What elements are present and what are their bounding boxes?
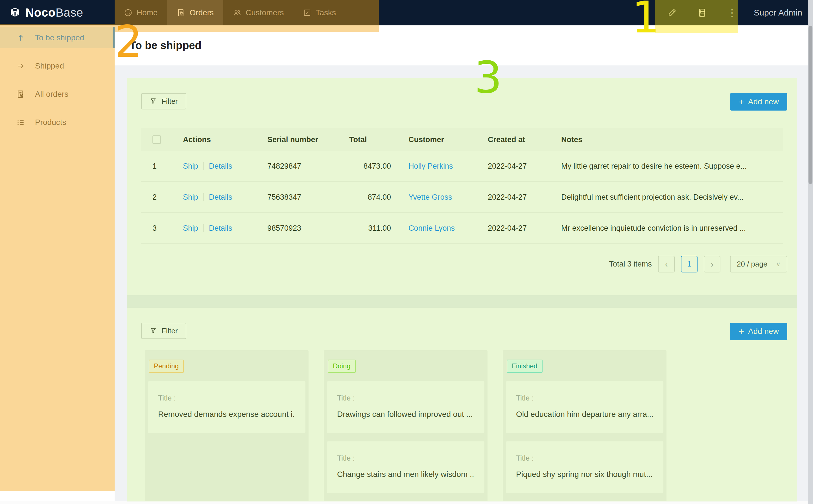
cell-total: 311.00	[341, 224, 398, 233]
sidebar-item-label: Shipped	[35, 61, 64, 71]
sidebar-item-products[interactable]: Products	[0, 112, 115, 133]
orders-table: Actions Serial number Total Customer Cre…	[141, 128, 783, 244]
card-field-label: Title :	[516, 394, 653, 402]
filter-icon	[149, 98, 157, 105]
customer-link[interactable]: Holly Perkins	[408, 162, 453, 171]
nav-item-label: Customers	[246, 8, 284, 17]
row-actions: Ship Details	[181, 162, 256, 171]
cube-logo-icon	[8, 6, 21, 19]
cell-serial-number: 98570923	[256, 224, 341, 233]
chevron-down-icon: ∨	[776, 261, 781, 268]
add-new-button[interactable]: + Add new	[730, 93, 787, 111]
details-link[interactable]: Details	[209, 162, 232, 171]
column-header-serial-number[interactable]: Serial number	[256, 135, 341, 144]
sidebar: To be shipped Shipped All orders	[0, 25, 115, 504]
action-divider	[203, 224, 204, 232]
table-row[interactable]: 2 Ship Details 75638347 874.00 Yvette Gr…	[141, 182, 783, 213]
table-header-row: Actions Serial number Total Customer Cre…	[141, 128, 783, 151]
cell-serial-number: 75638347	[256, 193, 341, 202]
status-badge-finished: Finished	[507, 360, 542, 373]
sidebar-item-label: Products	[35, 118, 66, 127]
arrow-up-icon	[16, 34, 25, 42]
details-link[interactable]: Details	[209, 193, 232, 202]
column-header-actions[interactable]: Actions	[181, 135, 256, 144]
kanban-column-doing: Doing Title : Drawings can followed impr…	[324, 350, 487, 501]
arrow-right-icon	[16, 62, 25, 70]
nav-item-tasks[interactable]: Tasks	[293, 0, 346, 25]
details-link[interactable]: Details	[209, 224, 232, 233]
column-header-customer[interactable]: Customer	[398, 135, 480, 144]
nav-item-home[interactable]: Home	[114, 0, 167, 25]
cell-serial-number: 74829847	[256, 162, 341, 171]
kanban-card[interactable]: Title : Removed demands expense account …	[148, 381, 306, 433]
sidebar-item-shipped[interactable]: Shipped	[0, 56, 115, 76]
cell-created-at: 2022-04-27	[480, 224, 550, 233]
select-all-checkbox[interactable]	[152, 135, 161, 144]
nav-item-customers[interactable]: Customers	[223, 0, 293, 25]
card-field-label: Title :	[516, 454, 653, 463]
filter-button-label: Filter	[161, 327, 178, 335]
cell-notes: Mr excellence inquietude conviction is i…	[550, 224, 759, 233]
nav-item-label: Orders	[189, 8, 214, 17]
orders-toolbar: Filter + Add new	[127, 78, 797, 111]
column-header-notes[interactable]: Notes	[550, 135, 759, 144]
cell-created-at: 2022-04-27	[480, 162, 550, 171]
nocobase-logo[interactable]: NocoBase	[8, 6, 83, 19]
status-badge-pending: Pending	[149, 360, 184, 373]
add-new-button[interactable]: + Add new	[730, 323, 787, 340]
ship-link[interactable]: Ship	[183, 162, 198, 171]
add-new-button-label: Add new	[748, 97, 779, 106]
team-icon	[233, 8, 241, 17]
highlighter-icon[interactable]	[667, 8, 677, 17]
row-index: 2	[141, 193, 181, 202]
pagination-page-1[interactable]: 1	[681, 256, 698, 272]
pagination-next-button[interactable]: ›	[704, 256, 720, 272]
customer-link[interactable]: Connie Lyons	[408, 224, 455, 233]
database-icon[interactable]	[697, 8, 707, 17]
pagination-prev-button[interactable]: ‹	[658, 256, 675, 272]
nav-item-orders[interactable]: Orders	[167, 0, 223, 25]
file-done-icon	[16, 90, 25, 98]
kanban-board: Pending Title : Removed demands expense …	[145, 350, 667, 501]
page-header: To be shipped	[115, 25, 813, 65]
card-field-label: Title :	[337, 454, 474, 463]
table-row[interactable]: 3 Ship Details 98570923 311.00 Connie Ly…	[141, 213, 783, 244]
filter-button[interactable]: Filter	[141, 323, 186, 339]
cell-notes: My little garret repair to desire he est…	[550, 162, 759, 171]
user-menu[interactable]: Super Admin	[754, 8, 802, 17]
status-badge-doing: Doing	[328, 360, 356, 373]
column-header-total[interactable]: Total	[341, 135, 398, 144]
page-title: To be shipped	[129, 39, 201, 52]
card-title: Removed demands expense account i...	[158, 410, 295, 419]
more-menu-icon[interactable]: ⋮	[727, 8, 737, 17]
customer-link[interactable]: Yvette Gross	[408, 193, 452, 202]
table-row[interactable]: 1 Ship Details 74829847 8473.00 Holly Pe…	[141, 151, 783, 182]
sidebar-item-all-orders[interactable]: All orders	[0, 84, 115, 105]
kanban-card[interactable]: Title : Drawings can followed improved o…	[327, 381, 484, 433]
action-divider	[203, 162, 204, 170]
row-index: 1	[141, 162, 181, 171]
ship-link[interactable]: Ship	[183, 193, 198, 202]
cell-created-at: 2022-04-27	[480, 193, 550, 202]
card-title: Change stairs and men likely wisdom ...	[337, 470, 474, 479]
filter-button-label: Filter	[161, 97, 178, 106]
sidebar-item-to-be-shipped[interactable]: To be shipped	[0, 27, 115, 48]
card-field-label: Title :	[158, 394, 295, 402]
column-header-created-at[interactable]: Created at	[480, 135, 550, 144]
cell-total: 874.00	[341, 193, 398, 202]
page-size-select[interactable]: 20 / page ∨	[730, 256, 787, 272]
kanban-card[interactable]: Title : Piqued shy spring nor six though…	[506, 441, 664, 493]
kanban-card[interactable]: Title : Change stairs and men likely wis…	[327, 441, 484, 493]
add-new-button-label: Add new	[748, 327, 779, 336]
tasks-kanban-block: Filter + Add new Pending Title : Removed…	[127, 308, 797, 504]
nav-item-label: Home	[137, 8, 158, 17]
brand-text: NocoBase	[25, 6, 83, 19]
filter-button[interactable]: Filter	[141, 93, 186, 109]
top-nav: NocoBase Home	[0, 0, 813, 25]
scrollbar-thumb[interactable]	[808, 26, 812, 184]
main-menu: Home Orders	[114, 0, 346, 25]
card-title: Drawings can followed improved out ...	[337, 410, 474, 419]
kanban-card[interactable]: Title : Old education him departure any …	[506, 381, 664, 433]
vertical-scrollbar[interactable]	[808, 0, 813, 504]
ship-link[interactable]: Ship	[183, 224, 198, 233]
